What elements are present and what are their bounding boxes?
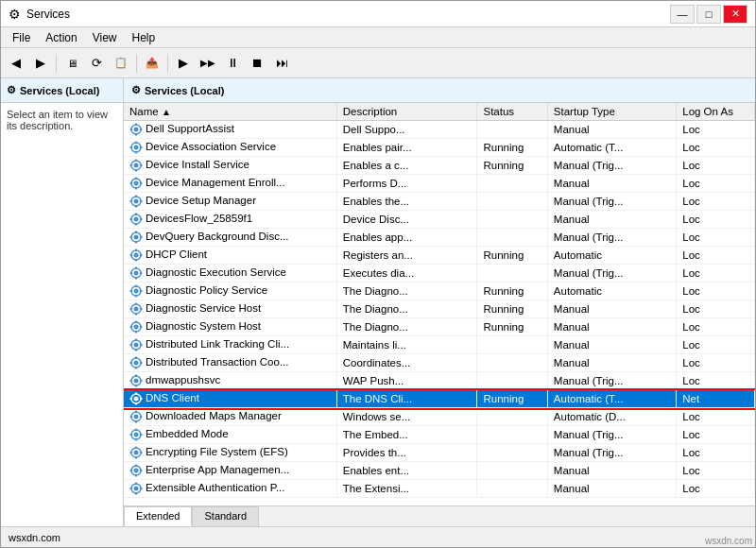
svg-rect-23 [140, 182, 143, 184]
table-row[interactable]: Device Association Service Enables pair.… [124, 139, 755, 157]
table-row[interactable]: Device Install Service Enables a c... Ru… [124, 157, 755, 175]
table-row[interactable]: Device Setup Manager Enables the... Manu… [124, 193, 755, 211]
properties-button[interactable]: 📋 [110, 52, 132, 75]
svg-rect-14 [135, 160, 137, 163]
service-name-cell: Downloaded Maps Manager [124, 408, 336, 426]
table-row[interactable]: Embedded Mode The Embed... Manual (Trig.… [124, 426, 755, 444]
service-description-cell: Performs D... [336, 175, 477, 193]
tabs-bar: Extended Standard [124, 505, 755, 526]
table-row[interactable]: DHCP Client Registers an... Running Auto… [124, 247, 755, 265]
table-row[interactable]: Distributed Transaction Coo... Coordinat… [124, 354, 755, 372]
svg-point-0 [134, 128, 139, 132]
table-row[interactable]: DevicesFlow_25859f1 Device Disc... Manua… [124, 211, 755, 229]
service-startup-cell: Manual [547, 300, 676, 318]
svg-rect-15 [135, 169, 137, 172]
svg-rect-62 [135, 303, 137, 306]
service-description-cell: The Diagno... [336, 283, 477, 300]
menu-view[interactable]: View [85, 29, 125, 46]
svg-point-24 [134, 199, 139, 204]
svg-rect-95 [140, 398, 143, 400]
svg-rect-63 [135, 313, 137, 316]
svg-rect-104 [135, 429, 137, 432]
menu-action[interactable]: Action [38, 29, 84, 46]
service-status-cell: Running [477, 247, 547, 265]
toolbar: ◀ ▶ 🖥 ⟳ 📋 📤 ▶ ▶▶ ⏸ ⏹ ⏭ [1, 48, 755, 78]
start-service-button[interactable]: ▶ [172, 52, 195, 75]
service-startup-cell: Manual [547, 480, 676, 498]
close-button[interactable]: ✕ [723, 5, 747, 24]
table-row[interactable]: Diagnostic Service Host The Diagno... Ru… [124, 300, 755, 318]
service-logon-cell: Loc [677, 480, 755, 498]
sidebar-header: ⚙ Services (Local) [1, 78, 123, 103]
tab-extended[interactable]: Extended [124, 506, 192, 526]
table-row[interactable]: Diagnostic Execution Service Executes di… [124, 265, 755, 283]
service-logon-cell: Net [677, 390, 755, 408]
show-hide-console-tree[interactable]: 🖥 [60, 52, 83, 75]
service-description-cell: Enables ent... [336, 462, 477, 480]
col-status[interactable]: Status [477, 103, 547, 121]
table-row[interactable]: DNS Client The DNS Cli... Running Automa… [124, 390, 755, 408]
service-name-cell: Diagnostic System Host [124, 318, 336, 336]
service-status-cell [477, 462, 547, 480]
table-row[interactable]: Extensible Authentication P... The Exten… [124, 480, 755, 498]
service-description-cell: The DNS Cli... [336, 390, 477, 408]
svg-point-30 [134, 217, 139, 222]
services-table: Name ▲ Description Status Startup Type L… [124, 103, 755, 498]
table-row[interactable]: dmwappushsvc WAP Push... Manual (Trig...… [124, 372, 755, 390]
svg-rect-26 [135, 196, 137, 198]
service-logon-cell: Loc [677, 462, 755, 480]
svg-rect-5 [140, 128, 143, 130]
service-startup-cell: Manual (Trig... [547, 193, 676, 211]
svg-rect-112 [130, 452, 133, 454]
svg-rect-118 [130, 470, 133, 471]
col-name[interactable]: Name ▲ [124, 103, 336, 121]
watermark: wsxdn.com [705, 536, 752, 546]
table-row[interactable]: Downloaded Maps Manager Windows se... Au… [124, 408, 755, 426]
forward-button[interactable]: ▶ [29, 52, 52, 75]
service-description-cell: Coordinates... [336, 354, 477, 372]
services-window: ⚙ Services — □ ✕ File Action View Help ◀… [0, 0, 756, 548]
table-row[interactable]: DevQuery Background Disc... Enables app.… [124, 229, 755, 247]
service-description-cell: Device Disc... [336, 211, 477, 229]
maximize-button[interactable]: □ [696, 5, 721, 24]
table-row[interactable]: Dell SupportAssist Dell Suppo... Manual … [124, 121, 755, 139]
col-startup[interactable]: Startup Type [547, 103, 676, 121]
table-row[interactable]: Distributed Link Tracking Cli... Maintai… [124, 336, 755, 354]
menu-file[interactable]: File [5, 29, 38, 46]
table-row[interactable]: Diagnostic Policy Service The Diagno... … [124, 283, 755, 300]
svg-rect-74 [135, 339, 137, 342]
main-header-title: Services (Local) [145, 85, 224, 96]
minimize-button[interactable]: — [670, 5, 695, 24]
col-description[interactable]: Description [336, 103, 477, 121]
svg-rect-83 [140, 362, 143, 364]
svg-rect-17 [140, 164, 143, 166]
stop-service-button[interactable]: ⏹ [246, 52, 268, 75]
table-row[interactable]: Encrypting File System (EFS) Provides th… [124, 444, 755, 462]
table-row[interactable]: Enterprise App Managemen... Enables ent.… [124, 462, 755, 480]
service-name-cell: Distributed Link Tracking Cli... [124, 336, 336, 354]
services-table-container[interactable]: Name ▲ Description Status Startup Type L… [124, 103, 755, 505]
svg-rect-107 [140, 434, 143, 436]
svg-rect-106 [130, 434, 133, 436]
pause-service-button[interactable]: ⏸ [221, 52, 244, 75]
start-service-button2[interactable]: ▶▶ [197, 52, 219, 75]
table-row[interactable]: Device Management Enroll... Performs D..… [124, 175, 755, 193]
service-status-cell [477, 265, 547, 283]
col-logon[interactable]: Log On As [677, 103, 755, 121]
svg-point-18 [134, 181, 139, 186]
svg-rect-68 [135, 321, 137, 324]
service-logon-cell: Loc [677, 354, 755, 372]
service-startup-cell: Manual (Trig... [547, 444, 676, 462]
svg-rect-123 [135, 492, 137, 495]
refresh-button[interactable]: ⟳ [85, 52, 108, 75]
svg-rect-2 [135, 124, 137, 127]
table-row[interactable]: Diagnostic System Host The Diagno... Run… [124, 318, 755, 336]
menu-help[interactable]: Help [125, 29, 163, 46]
restart-service-button[interactable]: ⏭ [270, 52, 293, 75]
export-button[interactable]: 📤 [141, 52, 163, 75]
svg-point-102 [134, 433, 139, 437]
service-name-cell: Distributed Transaction Coo... [124, 354, 336, 372]
tab-standard[interactable]: Standard [192, 506, 259, 526]
svg-rect-28 [130, 200, 133, 202]
back-button[interactable]: ◀ [5, 52, 27, 75]
